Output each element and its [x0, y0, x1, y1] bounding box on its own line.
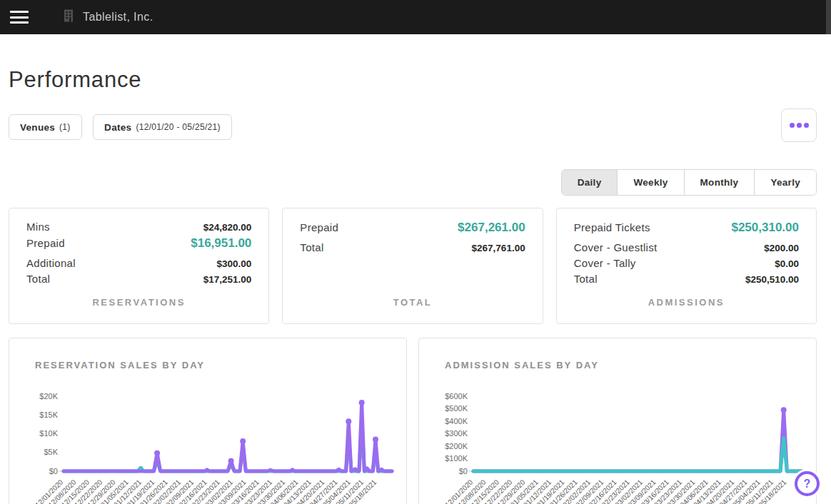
svg-text:$10K: $10K: [39, 429, 58, 438]
stat-value: $17,251.00: [203, 274, 252, 285]
admissions-card: Prepaid Tickets $250,310.00 Cover - Gues…: [556, 208, 817, 324]
card-footer-label: RESERVATIONS: [9, 297, 268, 308]
svg-text:$100K: $100K: [445, 454, 468, 463]
dates-filter-range: (12/01/20 - 05/25/21): [136, 122, 220, 132]
svg-text:$0: $0: [49, 467, 58, 475]
tab-weekly[interactable]: Weekly: [618, 170, 684, 195]
stat-label: Total: [300, 241, 323, 253]
more-options-button[interactable]: [781, 109, 817, 142]
stat-row: Prepaid $16,951.00: [9, 236, 268, 251]
brand: Tablelist, Inc.: [61, 9, 153, 26]
admission-sales-chart[interactable]: $600K$500K$400K$300K$200K$100K$012/01/20…: [419, 388, 816, 504]
stat-label: Mins: [26, 221, 50, 233]
dates-filter-button[interactable]: Dates (12/01/20 - 05/25/21): [93, 114, 232, 140]
stat-label: Total: [574, 273, 598, 285]
menu-icon[interactable]: [10, 11, 29, 24]
svg-text:$0: $0: [459, 467, 468, 475]
help-button[interactable]: ?: [795, 471, 820, 496]
tab-monthly[interactable]: Monthly: [685, 170, 755, 195]
venues-filter-button[interactable]: Venues (1): [9, 114, 82, 140]
stat-row: Mins $24,820.00: [9, 221, 268, 233]
stat-label: Total: [26, 273, 50, 285]
reservations-card: Mins $24,820.00 Prepaid $16,951.00 Addit…: [9, 208, 269, 324]
stat-label: Cover - Tally: [574, 257, 636, 269]
admission-sales-chart-card: ADMISSION SALES BY DAY $600K$500K$400K$3…: [418, 338, 817, 504]
chart-title: RESERVATION SALES BY DAY: [35, 360, 406, 371]
stat-row: Prepaid $267,261.00: [283, 221, 542, 235]
svg-text:$400K: $400K: [445, 417, 468, 425]
tab-yearly[interactable]: Yearly: [755, 170, 816, 195]
period-tabs: Daily Weekly Monthly Yearly: [9, 169, 817, 196]
stat-value: $200.00: [764, 243, 799, 253]
stat-label: Prepaid: [300, 221, 338, 233]
stat-value: $267,761.00: [472, 243, 525, 253]
building-icon: [61, 9, 76, 26]
venues-filter-count: (1): [59, 122, 71, 132]
stat-row: Cover - Tally $0.00: [557, 257, 816, 269]
stat-value: $0.00: [775, 258, 799, 269]
svg-text:$600K: $600K: [445, 392, 468, 400]
stat-value-highlight: $267,261.00: [458, 221, 525, 235]
scrollbar[interactable]: [826, 0, 831, 34]
svg-text:$15K: $15K: [39, 410, 58, 419]
stat-row: Total $250,510.00: [557, 273, 816, 285]
top-nav: Tablelist, Inc.: [0, 0, 831, 34]
stat-value-highlight: $250,310.00: [731, 221, 799, 235]
svg-text:$500K: $500K: [445, 404, 468, 413]
stat-value-highlight: $16,951.00: [191, 236, 251, 251]
chart-title: ADMISSION SALES BY DAY: [445, 360, 816, 371]
venues-filter-label: Venues: [20, 122, 55, 133]
ellipsis-icon: [790, 123, 795, 128]
stat-value: $24,820.00: [203, 222, 252, 233]
svg-text:$200K: $200K: [445, 442, 468, 450]
reservation-sales-chart-card: RESERVATION SALES BY DAY $20K$15K$10K$5K…: [9, 338, 407, 504]
svg-text:$5K: $5K: [44, 448, 58, 456]
stat-label: Prepaid: [26, 237, 65, 249]
tab-daily[interactable]: Daily: [562, 170, 618, 195]
page-title: Performance: [9, 67, 831, 93]
stat-row: Cover - Guestlist $200.00: [557, 241, 816, 253]
stat-row: Total $267,761.00: [283, 241, 542, 253]
stat-label: Additional: [26, 257, 76, 269]
total-card: Prepaid $267,261.00 Total $267,761.00 TO…: [282, 208, 543, 324]
stat-row: Additional $300.00: [9, 257, 268, 269]
stat-label: Prepaid Tickets: [574, 221, 650, 233]
dates-filter-label: Dates: [104, 122, 131, 133]
charts-row: RESERVATION SALES BY DAY $20K$15K$10K$5K…: [9, 338, 817, 504]
filter-row: Venues (1) Dates (12/01/20 - 05/25/21): [9, 114, 817, 140]
stat-label: Cover - Guestlist: [574, 241, 658, 253]
stat-value: $250,510.00: [745, 274, 799, 285]
card-footer-label: ADMISSIONS: [557, 297, 816, 308]
stat-row: Prepaid Tickets $250,310.00: [557, 221, 816, 235]
stat-value: $300.00: [217, 258, 252, 269]
svg-text:$300K: $300K: [445, 429, 468, 438]
card-footer-label: TOTAL: [283, 297, 542, 308]
app-title: Tablelist, Inc.: [83, 11, 153, 24]
stats-row: Mins $24,820.00 Prepaid $16,951.00 Addit…: [9, 208, 817, 324]
reservation-sales-chart[interactable]: $20K$15K$10K$5K$012/01/202012/08/202012/…: [9, 388, 406, 504]
stat-row: Total $17,251.00: [9, 273, 268, 285]
svg-text:$20K: $20K: [39, 392, 58, 400]
